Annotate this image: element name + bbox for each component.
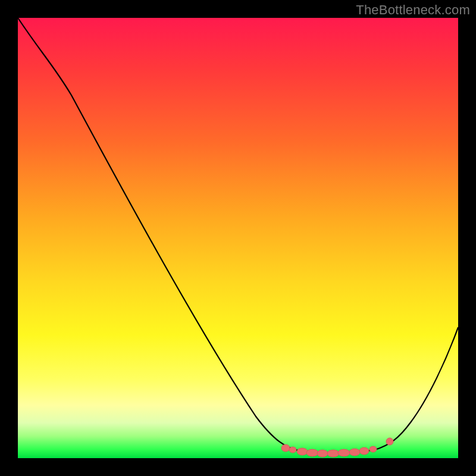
curve-marker [297,448,308,455]
curve-marker [359,447,369,455]
curve-marker [327,450,339,457]
curve-marker [369,446,377,452]
curve-marker [349,449,360,456]
curve-marker [306,449,318,456]
curve-marker [386,438,393,445]
curve-marker [289,447,296,453]
curve-marker [338,449,350,456]
curve-marker [281,444,290,452]
optimal-zone-markers [281,438,393,457]
bottleneck-curve [18,18,458,453]
watermark-text: TheBottleneck.com [356,2,470,18]
curve-marker [317,450,328,457]
chart-frame: TheBottleneck.com [0,0,476,476]
chart-overlay [18,18,458,458]
